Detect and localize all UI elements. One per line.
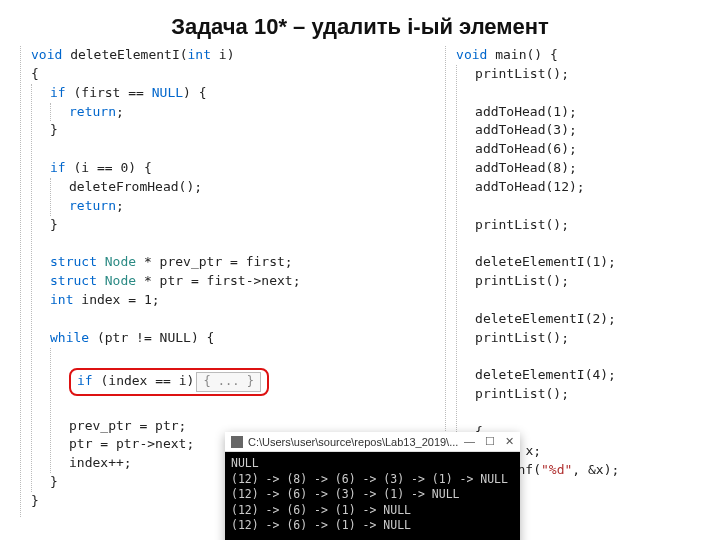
console-output: NULL (12) -> (8) -> (6) -> (3) -> (1) ->… (225, 452, 520, 540)
collapsed-block[interactable]: { ... } (196, 372, 261, 391)
console-icon (231, 436, 243, 448)
page-title: Задача 10* – удалить i-ый элемент (0, 0, 720, 46)
console-line: (12) -> (6) -> (1) -> NULL (231, 518, 514, 534)
console-titlebar[interactable]: C:\Users\user\source\repos\Lab13_2019\..… (225, 432, 520, 452)
console-line: (12) -> (6) -> (1) -> NULL (231, 503, 514, 519)
console-cursor: _ (231, 534, 514, 540)
close-button[interactable]: ✕ (505, 435, 514, 448)
console-window: C:\Users\user\source\repos\Lab13_2019\..… (225, 432, 520, 540)
console-line: (12) -> (6) -> (3) -> (1) -> NULL (231, 487, 514, 503)
console-title-text: C:\Users\user\source\repos\Lab13_2019\..… (248, 436, 458, 448)
minimize-button[interactable]: — (464, 435, 475, 448)
highlighted-if: if (index == i){ ... } (69, 368, 269, 395)
console-line: (12) -> (8) -> (6) -> (3) -> (1) -> NULL (231, 472, 514, 488)
console-line: NULL (231, 456, 514, 472)
maximize-button[interactable]: ☐ (485, 435, 495, 448)
